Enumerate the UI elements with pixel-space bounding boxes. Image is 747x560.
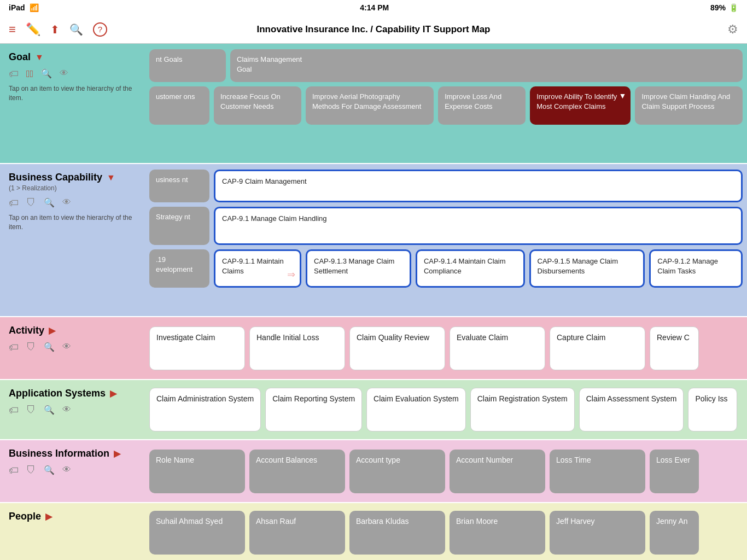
card-a5[interactable]: Capture Claim [550,326,645,370]
card-bc10[interactable]: CAP-9.1.2 Manage Claim Tasks [649,249,743,288]
edit-icon[interactable]: ✏️ [26,22,40,37]
bi-filter-icon[interactable]: ⛉ [26,465,36,476]
bi-tag-icon[interactable]: 🏷 [9,465,19,476]
bc-cards: usiness nt CAP-9 Claim Management Strate… [145,164,747,316]
goal-title-text: Goal [9,51,31,63]
card-bc7[interactable]: CAP-9.1.3 Manage Claim Settlement [306,249,411,288]
bizinfo-cards: Role Name Account Balances Account type … [145,440,747,502]
card-as2[interactable]: Claim Reporting System [265,388,362,431]
activity-title-text: Activity [9,325,44,336]
bc-hint: Tap on an item to view the hierarchy of … [9,213,136,232]
bizinfo-title-text: Business Information [9,448,109,459]
appsys-expand-icon[interactable]: ▶ [110,388,116,399]
search-icon[interactable]: 🔍 [69,23,83,36]
card-gb1[interactable]: ustomer ons [149,86,209,125]
time-display: 4:14 PM [360,3,389,12]
tag-icon[interactable]: 🏷 [9,68,19,80]
as-eye-icon[interactable]: 👁 [62,405,71,416]
people-header: People ▶ [0,503,145,560]
people-expand-icon[interactable]: ▶ [45,511,52,522]
card-bc2[interactable]: CAP-9 Claim Management [214,170,743,202]
card-a4[interactable]: Evaluate Claim [450,326,545,370]
bc-collapse-icon[interactable]: ▼ [107,173,115,183]
bc-header: Business Capability ▼ (1 > Realization) … [0,164,145,316]
goal-collapse-icon[interactable]: ▼ [35,52,44,62]
act-filter-icon[interactable]: ⛉ [26,342,36,353]
card-p6[interactable]: Jenny An [650,511,699,555]
card-gb6[interactable]: Improve Claim Handing And Claim Support … [635,86,743,125]
card-bc8[interactable]: CAP-9.1.4 Maintain Claim Compliance [416,249,525,288]
filter-icon[interactable]: ▽⃝ [26,68,33,80]
search-small-icon[interactable]: 🔍 [41,68,52,80]
card-as4[interactable]: Claim Registration System [470,388,575,431]
people-cards: Suhail Ahmad Syed Ahsan Rauf Barbara Klu… [145,503,747,560]
card-a1[interactable]: Investigate Claim [149,326,245,370]
appsys-header: Application Systems ▶ 🏷 ⛉ 🔍 👁 [0,380,145,439]
business-capability-section: Business Capability ▼ (1 > Realization) … [0,164,747,317]
bc-filter-icon[interactable]: ⛉ [26,197,36,209]
card-as6[interactable]: Policy Iss [688,388,737,431]
card-g2[interactable]: Claims Management Goal [230,49,743,82]
card-bc9[interactable]: CAP-9.1.5 Manage Claim Disbursements [529,249,645,288]
card-as3[interactable]: Claim Evaluation System [366,388,466,431]
activity-expand-icon[interactable]: ▶ [49,325,55,336]
card-bc5[interactable]: .19 evelopment [149,249,209,288]
settings-icon[interactable]: ⚙ [727,22,738,37]
activity-section: Activity ▶ 🏷 ⛉ 🔍 👁 Investigate Claim Han… [0,317,747,380]
as-search-icon[interactable]: 🔍 [44,405,55,416]
card-bi2[interactable]: Account Balances [249,450,345,493]
card-a2[interactable]: Handle Initial Loss [249,326,345,370]
card-p2[interactable]: Ahsan Rauf [249,511,345,555]
device-label: iPad [9,3,25,12]
bc-tag-icon[interactable]: 🏷 [9,197,19,209]
main-content: Goal ▼ 🏷 ▽⃝ 🔍 👁 Tap on an item to view t… [0,44,747,560]
card-p4[interactable]: Brian Moore [450,511,545,555]
card-gb5[interactable]: Improve Ability To Identify Most Complex… [530,86,631,125]
help-icon[interactable]: ? [93,22,107,37]
card-gb4[interactable]: Improve Loss And Expense Costs [438,86,526,125]
appsys-cards: Claim Administration System Claim Report… [145,380,747,439]
goal-section: Goal ▼ 🏷 ▽⃝ 🔍 👁 Tap on an item to view t… [0,44,747,164]
as-tag-icon[interactable]: 🏷 [9,405,19,416]
status-bar: iPad 📶 4:14 PM 89% 🔋 [0,0,747,15]
card-gb2[interactable]: Increase Focus On Customer Needs [214,86,301,125]
bc-title-text: Business Capability [9,172,102,183]
act-tag-icon[interactable]: 🏷 [9,342,19,353]
act-search-icon[interactable]: 🔍 [44,342,55,353]
card-bc1[interactable]: usiness nt [149,170,209,202]
bc-search-icon[interactable]: 🔍 [44,197,55,209]
card-p5[interactable]: Jeff Harvey [550,511,645,555]
card-bi3[interactable]: Account type [349,450,445,493]
battery-icon: 🔋 [729,3,738,12]
card-bi5[interactable]: Loss Time [550,450,645,493]
card-as1[interactable]: Claim Administration System [149,388,261,431]
card-gb3[interactable]: Improve Aerial Photography Methods For D… [306,86,434,125]
card-bc4[interactable]: CAP-9.1 Manage Claim Handling [214,207,743,245]
people-title-text: People [9,511,41,522]
bi-search-icon[interactable]: 🔍 [44,465,55,476]
battery-percent: 89% [710,3,726,12]
menu-icon[interactable]: ≡ [9,22,16,37]
card-a6[interactable]: Review C [650,326,699,370]
card-bi6[interactable]: Loss Ever [650,450,699,493]
bc-eye-icon[interactable]: 👁 [62,197,71,209]
card-g1[interactable]: nt Goals [149,49,226,82]
card-bc3[interactable]: Strategy nt [149,207,209,245]
goal-hint: Tap on an item to view the hierarchy of … [9,84,136,103]
card-a3[interactable]: Claim Quality Review [349,326,445,370]
card-p1[interactable]: Suhail Ahmad Syed [149,511,245,555]
share-icon[interactable]: ⬆ [50,23,60,36]
card-as5[interactable]: Claim Assessment System [579,388,684,431]
card-p3[interactable]: Barbara Kludas [349,511,445,555]
as-filter-icon[interactable]: ⛉ [26,405,36,416]
act-eye-icon[interactable]: 👁 [62,342,71,353]
bi-eye-icon[interactable]: 👁 [62,465,71,476]
card-bc6[interactable]: CAP-9.1.1 Maintain Claims ⇒ [214,249,301,288]
bizinfo-expand-icon[interactable]: ▶ [114,448,120,459]
eye-icon[interactable]: 👁 [60,68,68,80]
activity-header: Activity ▶ 🏷 ⛉ 🔍 👁 [0,317,145,379]
business-information-section: Business Information ▶ 🏷 ⛉ 🔍 👁 Role Name… [0,440,747,503]
card-bi1[interactable]: Role Name [149,450,245,493]
wifi-icon: 📶 [30,3,39,12]
card-bi4[interactable]: Account Number [450,450,545,493]
